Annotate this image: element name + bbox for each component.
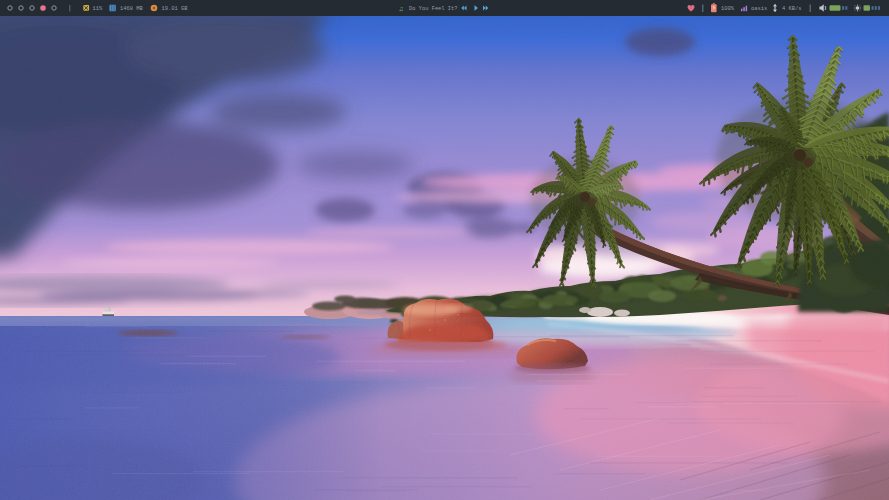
svg-text:19.01 GB: 19.01 GB bbox=[162, 6, 189, 12]
svg-text:1468 MB: 1468 MB bbox=[120, 6, 143, 12]
svg-text:100%: 100% bbox=[721, 6, 735, 12]
svg-text:11%: 11% bbox=[93, 6, 103, 12]
svg-text:♫: ♫ bbox=[399, 5, 403, 13]
svg-text:Do You Feel It?: Do You Feel It? bbox=[409, 6, 458, 12]
svg-text:4 KB/s: 4 KB/s bbox=[782, 6, 801, 12]
svg-text:oasis: oasis bbox=[751, 6, 767, 12]
